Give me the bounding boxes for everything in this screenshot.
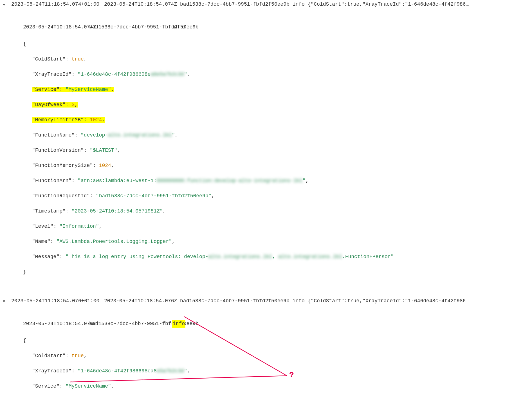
body-level: info [172, 23, 185, 31]
log-body: 2023-05-24T10:18:54.074Z bad1538c-7dcc-4… [0, 8, 532, 297]
disclosure-triangle-icon[interactable]: ▼ [3, 1, 11, 7]
body-request-id: bad1538c-7dcc-4bb7-9951-fbfd2f50ee9b [89, 23, 172, 31]
disclosure-triangle-icon[interactable]: ▼ [3, 298, 11, 304]
log-entry-header[interactable]: ▼ 2023-05-24T11:18:54.074+01:00 2023-05-… [0, 0, 532, 8]
body-request-id: bad1538c-7dcc-4bb7-9951-fbfd2f50ee9b [89, 320, 172, 328]
log-summary: 2023-05-24T10:18:54.074Z bad1538c-7dcc-4… [104, 1, 532, 7]
log-entry-header[interactable]: ▼ 2023-05-24T11:18:54.076+01:00 2023-05-… [0, 297, 532, 305]
log-entry: ▼ 2023-05-24T11:18:54.074+01:00 2023-05-… [0, 0, 532, 297]
body-timestamp: 2023-05-24T10:18:54.076Z [23, 320, 89, 328]
body-timestamp: 2023-05-24T10:18:54.074Z [23, 23, 89, 31]
body-level: info [172, 320, 185, 328]
log-body: 2023-05-24T10:18:54.076Z bad1538c-7dcc-4… [0, 305, 532, 398]
log-timestamp: 2023-05-24T11:18:54.074+01:00 [11, 1, 104, 7]
log-entry: ▼ 2023-05-24T11:18:54.076+01:00 2023-05-… [0, 297, 532, 398]
log-timestamp: 2023-05-24T11:18:54.076+01:00 [11, 298, 104, 304]
log-summary: 2023-05-24T10:18:54.076Z bad1538c-7dcc-4… [104, 298, 532, 304]
